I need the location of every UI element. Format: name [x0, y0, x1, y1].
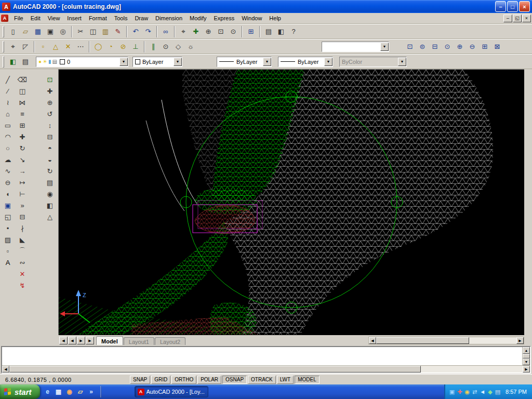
offset-button[interactable]: ≡	[16, 108, 29, 119]
redo-button[interactable]: ↷	[142, 25, 154, 38]
menu-item[interactable]: Dimension	[152, 14, 186, 22]
snap-center-button[interactable]: ◯	[92, 41, 104, 53]
minimize-button[interactable]: –	[495, 1, 506, 12]
command-hscrollbar[interactable]: ◀ ▶	[2, 365, 530, 373]
shade-button[interactable]: ◧	[44, 200, 56, 211]
toolbar-grip[interactable]	[3, 41, 4, 52]
scrollbar-thumb[interactable]	[523, 354, 530, 358]
lineweight-combobox[interactable]: ByLayer ▼	[278, 57, 333, 67]
erase-button[interactable]: ⌫	[16, 74, 29, 85]
scroll-left-icon[interactable]: ◀	[2, 366, 9, 373]
ortho-toggle[interactable]: ORTHO	[171, 376, 196, 384]
scrollbar-thumb[interactable]	[376, 337, 469, 344]
pan-realtime-button[interactable]: ✚	[190, 25, 202, 38]
front-clip-button[interactable]: ◓	[44, 142, 56, 154]
grid-toggle[interactable]: GRID	[151, 376, 170, 384]
temporary-track-button[interactable]: ⌖	[177, 25, 190, 38]
stretch-button[interactable]: →	[16, 165, 29, 177]
volume-icon[interactable]: ◄	[480, 389, 485, 395]
zoom-realtime-button[interactable]: ⊕	[202, 25, 215, 38]
snap-node-button[interactable]: ⊙	[159, 41, 172, 53]
aerial-view-button[interactable]: ⊞	[245, 25, 257, 38]
folder-icon[interactable]: ▱	[76, 387, 85, 396]
toolbar-grip[interactable]	[3, 26, 4, 37]
snap-toggle[interactable]: SNAP	[130, 376, 150, 384]
drawing-viewport[interactable]: Z	[58, 69, 524, 335]
revision-cloud-button[interactable]: ☁	[2, 154, 14, 165]
maximize-button[interactable]: □	[507, 1, 518, 12]
open-button[interactable]: ▱	[19, 25, 32, 38]
ellipse-button[interactable]: ⊖	[2, 177, 14, 188]
safely-remove-icon[interactable]: ▤	[495, 389, 500, 395]
tab-next-button[interactable]: ▶	[77, 337, 85, 344]
child-minimize-button[interactable]: –	[503, 15, 512, 22]
child-restore-button[interactable]: ◱	[513, 15, 522, 22]
antivirus-icon[interactable]: ✚	[457, 389, 462, 395]
arc-button[interactable]: ◠	[2, 131, 14, 142]
spline-button[interactable]: ∿	[2, 165, 14, 177]
zoom-dynamic-button[interactable]: ⊜	[416, 41, 429, 53]
edit-polyline-button[interactable]: ∾	[16, 257, 29, 268]
hatch-button[interactable]: ▨	[2, 234, 14, 245]
osnap-toggle[interactable]: OSNAP	[222, 376, 247, 384]
3d-orbit-button[interactable]: ⊡	[44, 74, 56, 85]
ellipse-arc-button[interactable]: ◖	[2, 188, 14, 200]
menu-item[interactable]: Edit	[27, 14, 44, 22]
scroll-left-icon[interactable]: ◀	[369, 337, 376, 344]
menu-item[interactable]: Draw	[131, 14, 152, 22]
trim-button[interactable]: ⊢	[16, 188, 29, 200]
polyline-button[interactable]: ≀	[2, 97, 14, 108]
designcenter-button[interactable]: ◧	[275, 25, 287, 38]
quick-launch-overflow-icon[interactable]: »	[87, 387, 96, 396]
media-player-icon[interactable]: ◉	[65, 387, 74, 396]
polar-toggle[interactable]: POLAR	[197, 376, 221, 384]
delete-button[interactable]: ✕	[16, 268, 29, 280]
paste-button[interactable]: ▥	[99, 25, 112, 38]
save-button[interactable]: ▦	[32, 25, 44, 38]
zoom-in-button[interactable]: ⊕	[454, 41, 466, 53]
messenger-icon[interactable]: ◆	[488, 389, 492, 395]
taskbar-app-button[interactable]: A AutoCAD 2000 - [Loy...	[135, 386, 208, 397]
osnap-settings-button[interactable]: ☼	[184, 41, 197, 53]
menu-item[interactable]: Window	[238, 14, 265, 22]
polygon-button[interactable]: ⌂	[2, 108, 14, 119]
menu-item[interactable]: Express	[210, 14, 238, 22]
viewport-hscrollbar[interactable]: ◀ ▶	[368, 337, 524, 344]
dropdown-arrow-icon[interactable]: ▼	[324, 58, 332, 66]
move-button[interactable]: ✚	[16, 131, 29, 142]
snap-endpoint-button[interactable]: ▫	[37, 41, 49, 53]
snap-nearest-button[interactable]: ◇	[172, 41, 184, 53]
insert-hyperlink-button[interactable]: ∞	[159, 25, 172, 38]
mirror-button[interactable]: ⋈	[16, 97, 29, 108]
zoom-window-button[interactable]: ⊡	[215, 25, 227, 38]
snap-parallel-button[interactable]: ∥	[147, 41, 159, 53]
point-button[interactable]: •	[2, 222, 14, 234]
linetype-combobox[interactable]: ByLayer ▼	[217, 57, 272, 67]
3d-zoom-button[interactable]: ⊕	[44, 97, 56, 108]
menu-item[interactable]: View	[44, 14, 64, 22]
break-point-button[interactable]: ⊟	[16, 211, 29, 222]
zoom-window-button[interactable]: ⊡	[404, 41, 416, 53]
continuous-orbit-button[interactable]: ↻	[44, 165, 56, 177]
otrack-toggle[interactable]: OTRACK	[248, 376, 276, 384]
scroll-right-icon[interactable]: ▶	[516, 337, 524, 344]
menu-item[interactable]: Help	[265, 14, 285, 22]
snap-from-button[interactable]: ◸	[19, 41, 32, 53]
fillet-button[interactable]: ⌒	[16, 245, 29, 257]
command-alias-combobox[interactable]: ▼	[322, 42, 389, 52]
rectangle-button[interactable]: ▭	[2, 119, 14, 131]
tab-last-button[interactable]: ▶	[86, 337, 94, 344]
snap-perpendicular-button[interactable]: ⊥	[129, 41, 142, 53]
snap-tangent-button[interactable]: ⊘	[117, 41, 129, 53]
layers-button[interactable]: ▤	[19, 56, 32, 68]
command-vscrollbar[interactable]: ▲ ▼	[522, 347, 530, 365]
rotate-button[interactable]: ↻	[16, 142, 29, 154]
new-button[interactable]: ▯	[7, 25, 19, 38]
snap-quadrant-button[interactable]: ◔	[104, 41, 117, 53]
hide-button[interactable]: △	[44, 211, 56, 222]
scrollbar-thumb[interactable]	[9, 366, 421, 373]
3d-distance-button[interactable]: ↕	[44, 119, 56, 131]
break-button[interactable]: ∤	[16, 222, 29, 234]
snap-intersection-button[interactable]: ✕	[62, 41, 74, 53]
scroll-right-icon[interactable]: ▶	[523, 366, 530, 373]
